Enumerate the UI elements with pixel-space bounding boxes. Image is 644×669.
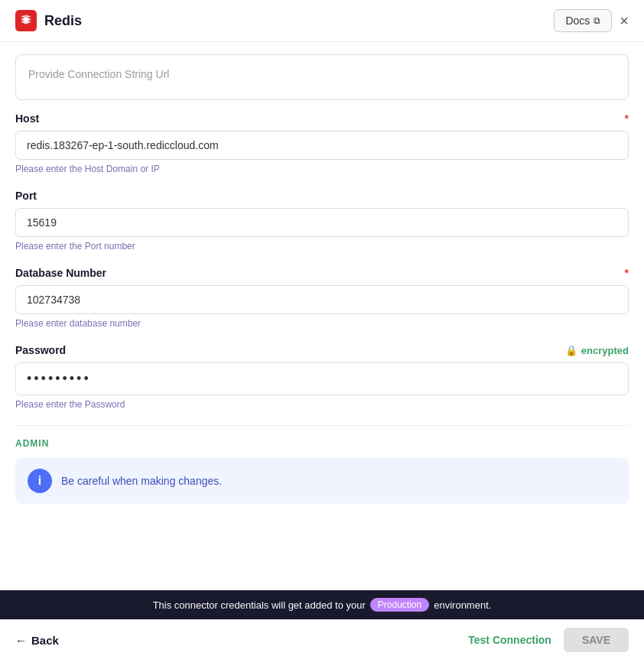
save-button[interactable]: SAVE xyxy=(564,628,629,652)
port-label: Port xyxy=(15,190,629,202)
host-field-group: Host* Please enter the Host Domain or IP xyxy=(15,112,629,174)
password-hint: Please enter the Password xyxy=(15,399,629,410)
external-link-icon: ⧉ xyxy=(594,15,600,26)
database-number-hint: Please enter database number xyxy=(15,318,629,329)
port-hint: Please enter the Port number xyxy=(15,241,629,252)
password-field-group: Password 🔒 encrypted Please enter the Pa… xyxy=(15,344,629,410)
database-number-label-text: Database Number xyxy=(15,267,106,279)
warning-box: i Be careful when making changes. xyxy=(15,458,629,504)
page-title: Redis xyxy=(44,13,82,29)
lock-icon: 🔒 xyxy=(565,345,577,356)
info-icon-text: i xyxy=(38,474,41,488)
info-icon: i xyxy=(28,469,52,493)
back-button[interactable]: ← Back xyxy=(15,634,59,647)
database-number-input[interactable] xyxy=(15,285,629,314)
encrypted-badge: 🔒 encrypted xyxy=(565,345,629,356)
host-label-text: Host xyxy=(15,112,39,125)
close-button[interactable]: × xyxy=(620,13,629,28)
connection-string-box[interactable]: Provide Connection String Url xyxy=(15,54,629,100)
docs-label: Docs xyxy=(565,15,590,27)
connection-string-placeholder: Provide Connection String Url xyxy=(28,68,169,80)
production-badge: Production xyxy=(370,598,429,612)
database-number-label: Database Number* xyxy=(15,267,629,279)
footer: ← Back Test Connection SAVE xyxy=(0,619,644,660)
header-left: Redis xyxy=(15,10,82,31)
banner-text-before: This connector credentials will get adde… xyxy=(153,599,366,611)
database-number-field-group: Database Number* Please enter database n… xyxy=(15,267,629,329)
host-input[interactable] xyxy=(15,131,629,160)
docs-button[interactable]: Docs ⧉ xyxy=(554,9,612,32)
footer-right: Test Connection SAVE xyxy=(468,628,629,652)
bottom-banner: This connector credentials will get adde… xyxy=(0,590,644,619)
banner-text-after: environment. xyxy=(434,599,491,611)
host-required-marker: * xyxy=(625,112,629,125)
host-hint: Please enter the Host Domain or IP xyxy=(15,164,629,174)
header: Redis Docs ⧉ × xyxy=(0,0,644,42)
port-label-text: Port xyxy=(15,190,37,202)
host-label: Host* xyxy=(15,112,629,125)
header-right: Docs ⧉ × xyxy=(554,9,629,32)
encrypted-label: encrypted xyxy=(581,345,629,356)
admin-section: ADMIN i Be careful when making changes. xyxy=(15,438,629,504)
redis-logo-icon xyxy=(15,10,37,31)
port-input[interactable] xyxy=(15,208,629,237)
back-arrow-icon: ← xyxy=(15,634,27,647)
admin-section-label: ADMIN xyxy=(15,438,629,449)
test-connection-label: Test Connection xyxy=(468,634,551,646)
close-icon: × xyxy=(620,12,629,29)
warning-text: Be careful when making changes. xyxy=(61,475,222,487)
db-required-marker: * xyxy=(625,267,629,279)
password-input[interactable] xyxy=(15,362,629,395)
port-field-group: Port Please enter the Port number xyxy=(15,190,629,252)
back-label: Back xyxy=(31,634,59,647)
test-connection-button[interactable]: Test Connection xyxy=(468,634,551,646)
section-divider xyxy=(15,425,629,426)
password-label-text: Password xyxy=(15,344,66,356)
main-content: Provide Connection String Url Host* Plea… xyxy=(0,42,644,590)
save-label: SAVE xyxy=(582,634,610,646)
password-label-row: Password 🔒 encrypted xyxy=(15,344,629,356)
